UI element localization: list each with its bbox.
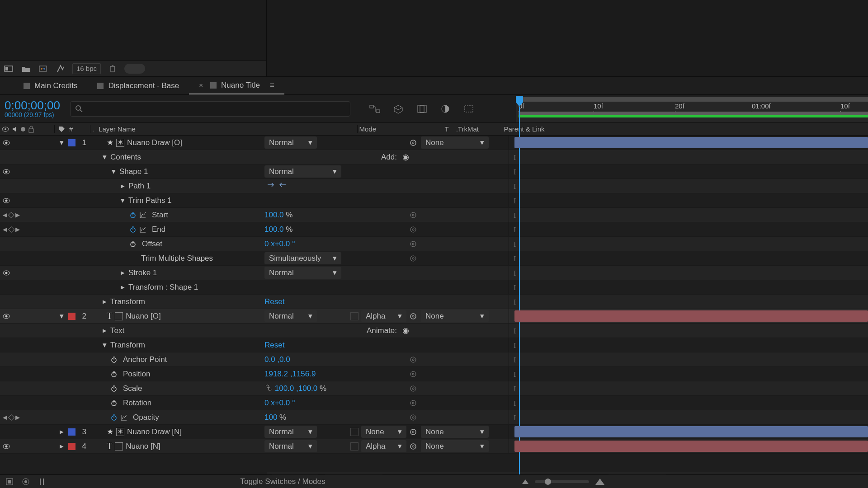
expand-toggle[interactable]: ▾	[101, 154, 108, 160]
keyframe-nav[interactable]: ◀▶	[3, 414, 20, 421]
trkmat-dropdown[interactable]: Alpha▾	[361, 440, 406, 452]
constrain-proportions-icon[interactable]	[264, 385, 273, 391]
preserve-transparency[interactable]	[350, 312, 359, 320]
stroke-1-row[interactable]: ▸Stroke 1 Normal▾ I	[0, 266, 868, 280]
layer-search-input[interactable]	[70, 101, 350, 117]
anchor-point-row[interactable]: Anchor Point 0.0 ,0.0 I	[0, 352, 868, 367]
visibility-toggle[interactable]	[3, 197, 10, 204]
layer-row-4[interactable]: ▸4 TNuano [N] Normal▾ Alpha▾ None▾	[0, 439, 868, 454]
trim-start-row[interactable]: ◀▶ Start 100.0 % I	[0, 208, 868, 222]
graph-editor-icon[interactable]	[120, 414, 127, 421]
rotation-row[interactable]: Rotation 0 x+0.0 ° I	[0, 396, 868, 410]
keyframe-diamond-icon[interactable]	[8, 211, 14, 218]
layer-name-header[interactable]: .Layer Name	[90, 125, 357, 133]
video-column-icon[interactable]	[2, 126, 9, 133]
expand-toggle[interactable]: ▾	[110, 169, 117, 175]
trkmat-dropdown[interactable]: Alpha▾	[361, 310, 406, 322]
pickwhip-icon[interactable]	[409, 442, 417, 450]
blend-mode-dropdown[interactable]: Normal▾	[264, 310, 317, 322]
label-color[interactable]	[68, 313, 75, 320]
expression-pickwhip-icon[interactable]	[409, 385, 417, 393]
mode-header[interactable]: Mode	[357, 125, 443, 133]
visibility-toggle[interactable]	[3, 168, 10, 175]
property-value[interactable]: 0.0 ,0.0	[264, 355, 290, 364]
timeline-zoom-slider[interactable]	[535, 480, 589, 483]
tab-displacement-base[interactable]: Displacement - Base	[87, 77, 189, 94]
expand-toggle[interactable]: ▸	[58, 443, 65, 450]
property-value[interactable]: 0 x+0.0 °	[264, 399, 295, 407]
stopwatch-icon[interactable]	[110, 399, 118, 407]
toggle-in-out-icon[interactable]	[36, 477, 48, 487]
keyframe-diamond-icon[interactable]	[8, 226, 14, 232]
layer-bar[interactable]	[514, 441, 868, 452]
reset-button[interactable]: Reset	[264, 341, 284, 349]
expression-pickwhip-icon[interactable]	[409, 240, 417, 248]
transform-row[interactable]: ▸Transform Reset I	[0, 295, 868, 309]
contents-group[interactable]: ▾Contents Add:◉ I	[0, 150, 868, 164]
preserve-transparency[interactable]	[350, 442, 359, 450]
shape-mode-dropdown[interactable]: Normal▾	[264, 165, 341, 178]
comp-flowchart-icon[interactable]	[368, 103, 382, 115]
parent-dropdown[interactable]: None▾	[421, 136, 489, 149]
transform-group-2[interactable]: ▾Transform Reset I	[0, 338, 868, 352]
expression-pickwhip-icon[interactable]	[409, 254, 417, 263]
expand-toggle[interactable]: ▸	[101, 299, 108, 305]
motion-blur-icon[interactable]	[462, 103, 476, 115]
expression-pickwhip-icon[interactable]	[409, 399, 417, 407]
expression-pickwhip-icon[interactable]	[409, 225, 417, 234]
close-icon[interactable]: ×	[199, 81, 203, 89]
search-pill[interactable]	[124, 64, 145, 74]
layer-name[interactable]: Nuano [O]	[126, 312, 161, 321]
toggle-switches-modes-button[interactable]: Toggle Switches / Modes	[52, 477, 513, 486]
property-value[interactable]: 1918.2 ,1156.9	[264, 370, 316, 378]
toggle-switches-icon[interactable]	[4, 477, 15, 487]
property-value[interactable]: 100.0 ,100.0	[275, 384, 318, 393]
trim-multiple-dropdown[interactable]: Simultaneously▾	[264, 252, 341, 264]
stopwatch-icon[interactable]	[129, 226, 137, 233]
stopwatch-icon[interactable]	[129, 211, 137, 219]
blend-mode-dropdown[interactable]: Normal▾	[264, 136, 317, 149]
frame-blend-icon[interactable]	[438, 103, 453, 115]
new-folder-icon[interactable]	[21, 64, 32, 73]
expand-toggle[interactable]: ▸	[119, 284, 126, 291]
tab-nuano-title[interactable]: ×Nuano Title≡	[189, 77, 284, 94]
expand-toggle[interactable]: ▸	[119, 270, 126, 276]
visibility-toggle[interactable]	[3, 443, 10, 450]
stopwatch-icon[interactable]	[110, 414, 118, 421]
transform-shape1-row[interactable]: ▸Transform : Shape 1 I	[0, 280, 868, 295]
layer-row-1[interactable]: ▾1 ★✶Nuano Draw [O] Normal▾ None▾	[0, 136, 868, 150]
graph-editor-icon[interactable]	[139, 211, 146, 219]
keyframe-nav[interactable]: ◀▶	[3, 226, 20, 233]
interpret-footage-icon[interactable]	[4, 64, 14, 73]
toggle-modes-icon[interactable]	[20, 477, 32, 487]
trkmat-header[interactable]: .TrkMat	[456, 125, 479, 133]
panel-menu-icon[interactable]: ≡	[270, 81, 274, 90]
trim-paths-group[interactable]: ▾Trim Paths 1 I	[0, 193, 868, 208]
new-comp-icon[interactable]	[38, 64, 49, 73]
preserve-transparency[interactable]	[350, 428, 359, 436]
trim-multiple-row[interactable]: Trim Multiple Shapes Simultaneously▾ I	[0, 251, 868, 266]
graph-editor-icon[interactable]	[139, 226, 146, 233]
property-value[interactable]: 0 x+0.0 °	[264, 239, 295, 248]
trkmat-dropdown[interactable]: None▾	[361, 426, 406, 438]
stopwatch-icon[interactable]	[110, 356, 118, 363]
current-time[interactable]: 0;00;00;00 00000 (29.97 fps)	[5, 99, 66, 118]
stopwatch-icon[interactable]	[110, 385, 118, 392]
position-row[interactable]: Position 1918.2 ,1156.9 I	[0, 367, 868, 381]
keyframe-nav[interactable]: ◀▶	[3, 211, 20, 218]
tab-main-credits[interactable]: Main Credits	[14, 77, 87, 94]
draft-3d-icon[interactable]	[391, 103, 406, 115]
expression-pickwhip-icon[interactable]	[409, 356, 417, 364]
expression-pickwhip-icon[interactable]	[409, 370, 417, 378]
layer-name[interactable]: Nuano Draw [O]	[127, 138, 182, 147]
expand-toggle[interactable]: ▾	[119, 197, 126, 204]
parent-dropdown[interactable]: None▾	[421, 440, 489, 452]
visibility-toggle[interactable]	[3, 313, 10, 320]
layer-row-2[interactable]: ▾2 TNuano [O] Normal▾ Alpha▾ None▾	[0, 309, 868, 324]
property-value[interactable]: 100.0	[264, 225, 284, 234]
blend-mode-dropdown[interactable]: Normal▾	[264, 426, 317, 438]
expand-toggle[interactable]: ▸	[101, 328, 108, 334]
pickwhip-icon[interactable]	[409, 428, 417, 436]
time-ruler[interactable]: 0f 10f 20f 01:00f 10f	[513, 95, 868, 122]
trim-offset-row[interactable]: Offset 0 x+0.0 ° I	[0, 237, 868, 251]
